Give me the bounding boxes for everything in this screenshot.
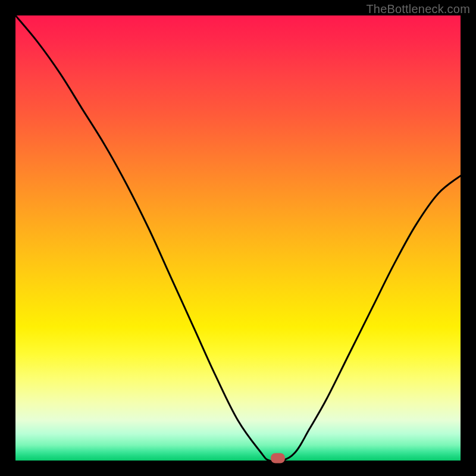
chart-stage: TheBottleneck.com xyxy=(0,0,476,476)
bottleneck-curve xyxy=(15,15,461,461)
watermark-text: TheBottleneck.com xyxy=(366,2,470,16)
optimal-point-marker xyxy=(271,453,285,464)
plot-area xyxy=(15,15,461,461)
